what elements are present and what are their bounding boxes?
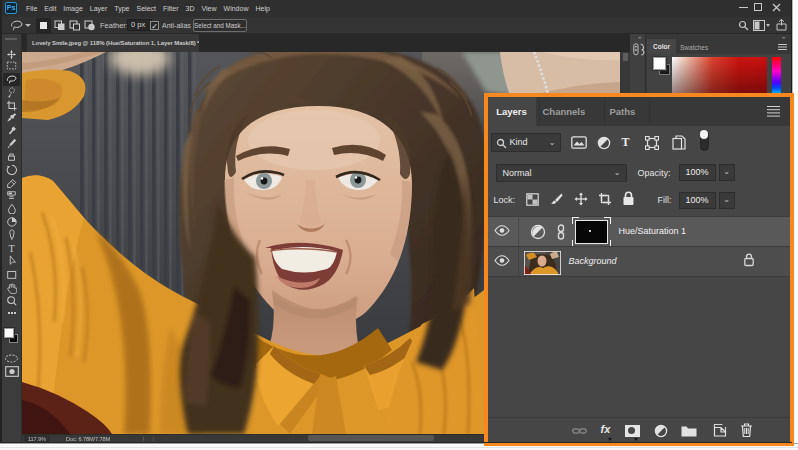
svg-text:T: T (8, 243, 15, 253)
